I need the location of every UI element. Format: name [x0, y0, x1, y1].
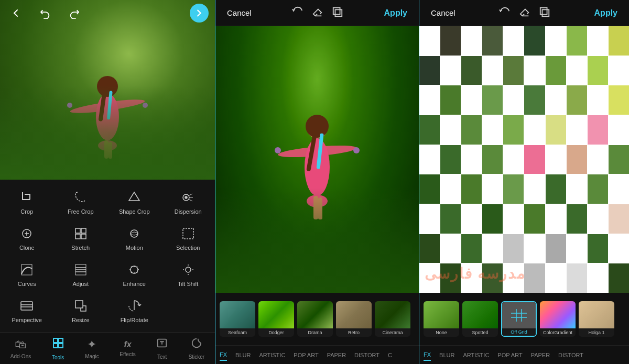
- left-image-area: [0, 0, 215, 180]
- cat-paper-right[interactable]: PAPER: [531, 350, 550, 360]
- nav-add-ons[interactable]: 🛍 Add-Ons: [6, 336, 35, 361]
- svg-point-42: [306, 115, 329, 138]
- dispersion-label: Dispersion: [175, 208, 202, 215]
- mosaic-cell: [482, 85, 503, 115]
- redo-button[interactable]: [65, 4, 84, 23]
- curves-label: Curves: [18, 281, 36, 287]
- right-image-area: مدرسه فارسی: [419, 26, 629, 293]
- filter-seafoam-label: Seafoam: [220, 328, 255, 337]
- tool-tilt-shift[interactable]: Tilt Shift: [161, 256, 215, 292]
- overlay-icon[interactable]: [332, 6, 343, 20]
- mosaic-cell: [440, 26, 461, 56]
- cat-artistic-mid[interactable]: ARTISTIC: [259, 350, 285, 360]
- cat-pop-art-mid[interactable]: POP ART: [294, 350, 318, 360]
- rotate-icon[interactable]: [292, 6, 303, 20]
- filter-retro[interactable]: Retro: [336, 301, 372, 337]
- svg-point-13: [185, 196, 187, 198]
- tool-dispersion[interactable]: Dispersion: [161, 184, 215, 220]
- add-ons-icon: 🛍: [15, 338, 26, 351]
- middle-apply-button[interactable]: Apply: [381, 6, 410, 20]
- nav-effects[interactable]: fx Effects: [115, 338, 139, 359]
- svg-rect-35: [59, 344, 63, 348]
- mosaic-cell: [546, 263, 566, 293]
- filter-colorgradient-label: ColorGradient: [540, 328, 576, 337]
- mosaic-cell: [567, 115, 587, 145]
- filter-off-grid[interactable]: Off Grid: [501, 301, 537, 337]
- stretch-icon: [72, 225, 89, 242]
- tool-curves[interactable]: Curves: [0, 256, 54, 292]
- tool-free-crop[interactable]: Free Crop: [54, 184, 108, 220]
- filter-holga[interactable]: Holga 1: [579, 301, 614, 337]
- cat-pop-art-right[interactable]: POP ART: [497, 350, 522, 360]
- mosaic-cell: [524, 174, 545, 204]
- svg-rect-31: [75, 301, 83, 308]
- tool-resize[interactable]: Resize: [54, 292, 108, 328]
- tool-clone[interactable]: Clone: [0, 220, 54, 256]
- filter-spotted[interactable]: Spotted: [462, 301, 498, 337]
- mosaic-cell: [546, 204, 566, 234]
- filter-seafoam[interactable]: Seafoam: [220, 301, 255, 337]
- mosaic-cell: [609, 263, 629, 293]
- eraser-icon[interactable]: [312, 6, 323, 20]
- mosaic-cell: [588, 85, 608, 115]
- motion-icon: [126, 225, 143, 242]
- cat-fx-mid[interactable]: FX: [220, 349, 227, 361]
- mosaic-cell: [482, 174, 503, 204]
- tool-crop[interactable]: Crop: [0, 184, 54, 220]
- bottom-nav: 🛍 Add-Ons Tools ✦ Magic fx Effects: [0, 333, 215, 364]
- tool-perspective[interactable]: Perspective: [0, 292, 54, 328]
- tool-motion[interactable]: Motion: [107, 220, 161, 256]
- nav-text[interactable]: Text: [152, 335, 172, 362]
- undo-button[interactable]: [36, 4, 55, 23]
- resize-label: Resize: [72, 317, 90, 323]
- tool-selection[interactable]: Selection: [161, 220, 215, 256]
- mosaic-cell: [524, 85, 545, 115]
- nav-tools[interactable]: Tools: [48, 335, 69, 362]
- right-rotate-icon[interactable]: [499, 6, 511, 20]
- enhance-label: Enhance: [123, 281, 146, 287]
- svg-point-45: [275, 147, 281, 153]
- right-eraser-icon[interactable]: [519, 6, 530, 20]
- tool-stretch[interactable]: Stretch: [54, 220, 108, 256]
- cat-paper-mid[interactable]: PAPER: [327, 350, 346, 360]
- mosaic-cell: [588, 145, 608, 174]
- right-overlay-icon[interactable]: [539, 6, 550, 20]
- mosaic-cell: [461, 204, 482, 234]
- cat-blur-right[interactable]: BLUR: [439, 350, 454, 360]
- filter-retro-label: Retro: [336, 328, 372, 337]
- cat-blur-mid[interactable]: BLUR: [235, 350, 251, 360]
- cat-distort-right[interactable]: DISTORT: [558, 350, 583, 360]
- tool-enhance[interactable]: Enhance: [107, 256, 161, 292]
- filter-drama[interactable]: Drama: [297, 301, 333, 337]
- right-apply-button[interactable]: Apply: [591, 6, 621, 20]
- filter-none[interactable]: None: [424, 301, 459, 337]
- filter-color-gradient[interactable]: ColorGradient: [540, 301, 576, 337]
- tool-flip-rotate[interactable]: Flip/Rotate: [107, 292, 161, 328]
- cat-c-mid[interactable]: C: [388, 350, 392, 360]
- mosaic-cell: [419, 56, 440, 85]
- tool-adjust[interactable]: Adjust: [54, 256, 108, 292]
- cat-fx-right[interactable]: FX: [424, 349, 431, 361]
- svg-rect-38: [335, 9, 342, 16]
- mosaic-cell: [567, 85, 587, 115]
- filter-cinerama[interactable]: Cinerama: [375, 301, 410, 337]
- mosaic-cell: [461, 115, 482, 145]
- filter-dodger[interactable]: Dodger: [258, 301, 294, 337]
- perspective-label: Perspective: [12, 317, 42, 323]
- filter-dodger-label: Dodger: [258, 328, 294, 337]
- filter-holga-preview: [579, 301, 614, 328]
- cat-artistic-right[interactable]: ARTISTIC: [463, 350, 489, 360]
- free-crop-label: Free Crop: [68, 208, 94, 215]
- nav-sticker[interactable]: Sticker: [185, 335, 209, 362]
- right-cancel-button[interactable]: Cancel: [428, 6, 459, 19]
- cat-distort-mid[interactable]: DISTORT: [354, 350, 379, 360]
- next-button[interactable]: [190, 4, 209, 23]
- mosaic-cell: [503, 26, 524, 56]
- tool-shape-crop[interactable]: Shape Crop: [107, 184, 161, 220]
- nav-magic[interactable]: ✦ Magic: [81, 336, 103, 361]
- middle-cancel-button[interactable]: Cancel: [224, 6, 255, 19]
- back-button[interactable]: [6, 4, 25, 23]
- mosaic-cell: [609, 145, 629, 174]
- selection-label: Selection: [176, 245, 200, 251]
- mosaic-cell: [546, 56, 566, 85]
